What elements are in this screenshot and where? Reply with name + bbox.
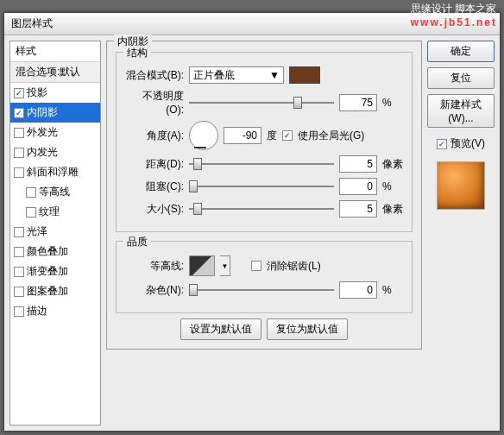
- noise-input[interactable]: 0: [339, 281, 377, 299]
- quality-legend: 品质: [123, 235, 151, 249]
- sidebar-item-6[interactable]: 纹理: [10, 202, 100, 222]
- sidebar-item-2[interactable]: 外发光: [10, 123, 100, 142]
- sidebar-item-1[interactable]: 内阴影: [10, 103, 100, 123]
- sidebar-item-label: 斜面和浮雕: [27, 165, 79, 180]
- layer-style-dialog: 图层样式 样式 混合选项:默认 投影内阴影外发光内发光斜面和浮雕等高线纹理光泽颜…: [3, 12, 501, 432]
- sidebar-item-label: 光泽: [27, 224, 47, 239]
- structure-legend: 结构: [123, 46, 151, 60]
- opacity-label: 不透明度(O):: [125, 89, 184, 116]
- sidebar-checkbox[interactable]: [14, 267, 24, 277]
- sidebar-item-label: 外发光: [27, 125, 58, 140]
- preview-label: 预览(V): [450, 136, 485, 151]
- sidebar-checkbox[interactable]: [14, 287, 24, 297]
- sidebar-checkbox[interactable]: [14, 167, 24, 178]
- sidebar-item-label: 内发光: [27, 145, 58, 160]
- opacity-slider[interactable]: [189, 96, 334, 110]
- contour-picker[interactable]: [189, 255, 215, 276]
- sidebar-checkbox[interactable]: [14, 247, 24, 257]
- opacity-input[interactable]: 75: [339, 94, 377, 111]
- sidebar-item-3[interactable]: 内发光: [10, 142, 100, 162]
- distance-slider[interactable]: [189, 157, 334, 171]
- chevron-down-icon: ▼: [269, 69, 280, 81]
- blend-mode-label: 混合模式(B):: [125, 68, 184, 83]
- sidebar-item-0[interactable]: 投影: [10, 83, 100, 103]
- noise-label: 杂色(N):: [125, 283, 184, 298]
- sidebar-checkbox[interactable]: [26, 187, 36, 198]
- global-light-checkbox[interactable]: [282, 130, 293, 141]
- sidebar-item-label: 颜色叠加: [27, 244, 68, 259]
- noise-slider[interactable]: [189, 283, 334, 297]
- sidebar-item-5[interactable]: 等高线: [10, 182, 100, 202]
- global-light-label: 使用全局光(G): [298, 129, 364, 143]
- antialias-label: 消除锯齿(L): [267, 259, 321, 274]
- angle-dial[interactable]: [189, 121, 218, 150]
- distance-label: 距离(D):: [125, 157, 184, 172]
- sidebar-checkbox[interactable]: [14, 108, 24, 118]
- contour-dropdown[interactable]: ▼: [220, 255, 230, 276]
- main-panel: 内阴影 结构 混合模式(B): 正片叠底▼ 不透明度(O): 75 % 角度(A…: [106, 41, 422, 426]
- structure-group: 结构 混合模式(B): 正片叠底▼ 不透明度(O): 75 % 角度(A): -…: [116, 52, 413, 232]
- sidebar-checkbox[interactable]: [26, 207, 36, 218]
- choke-input[interactable]: 0: [339, 178, 377, 195]
- size-slider[interactable]: [189, 202, 334, 216]
- watermark: 思缘设计 脚本之家 www.jb51.net: [411, 2, 497, 28]
- sidebar-item-4[interactable]: 斜面和浮雕: [10, 162, 100, 182]
- cancel-button[interactable]: 复位: [427, 67, 495, 89]
- contour-label: 等高线:: [125, 259, 184, 274]
- new-style-button[interactable]: 新建样式(W)...: [427, 94, 495, 128]
- sidebar-checkbox[interactable]: [14, 88, 24, 98]
- quality-group: 品质 等高线: ▼ 消除锯齿(L) 杂色(N): 0 %: [116, 241, 413, 313]
- sidebar-item-10[interactable]: 图案叠加: [10, 281, 100, 301]
- antialias-checkbox[interactable]: [251, 261, 261, 271]
- sidebar-item-7[interactable]: 光泽: [10, 222, 100, 242]
- sidebar-item-label: 图案叠加: [27, 284, 68, 299]
- sidebar-checkbox[interactable]: [14, 128, 24, 138]
- angle-label: 角度(A):: [125, 129, 184, 143]
- sidebar-checkbox[interactable]: [14, 148, 24, 158]
- shadow-color-swatch[interactable]: [289, 66, 320, 84]
- right-column: 确定 复位 新建样式(W)... 预览(V): [427, 41, 495, 426]
- distance-input[interactable]: 5: [339, 155, 377, 173]
- sidebar-item-11[interactable]: 描边: [10, 301, 100, 321]
- choke-label: 阻塞(C):: [125, 180, 184, 194]
- make-default-button[interactable]: 设置为默认值: [180, 318, 261, 340]
- sidebar-item-9[interactable]: 渐变叠加: [10, 262, 100, 281]
- choke-slider[interactable]: [189, 180, 334, 193]
- blend-mode-select[interactable]: 正片叠底▼: [189, 66, 284, 84]
- ok-button[interactable]: 确定: [427, 41, 495, 62]
- sidebar-checkbox[interactable]: [14, 227, 24, 237]
- window-title: 图层样式: [11, 16, 53, 31]
- sidebar-item-label: 内阴影: [27, 105, 58, 120]
- sidebar-checkbox[interactable]: [14, 306, 24, 317]
- effect-panel: 内阴影 结构 混合模式(B): 正片叠底▼ 不透明度(O): 75 % 角度(A…: [106, 41, 422, 350]
- size-input[interactable]: 5: [339, 200, 377, 218]
- sidebar-header[interactable]: 样式: [10, 41, 100, 62]
- sidebar-item-label: 纹理: [39, 205, 60, 219]
- angle-input[interactable]: -90: [224, 127, 261, 144]
- sidebar-item-8[interactable]: 颜色叠加: [10, 242, 100, 262]
- styles-sidebar: 样式 混合选项:默认 投影内阴影外发光内发光斜面和浮雕等高线纹理光泽颜色叠加渐变…: [9, 41, 101, 426]
- sidebar-item-label: 描边: [27, 304, 47, 318]
- sidebar-item-label: 投影: [27, 85, 47, 100]
- reset-default-button[interactable]: 复位为默认值: [267, 318, 348, 340]
- sidebar-item-label: 等高线: [39, 185, 70, 199]
- sidebar-item-label: 渐变叠加: [27, 264, 68, 279]
- size-label: 大小(S):: [125, 202, 184, 217]
- preview-swatch: [437, 161, 485, 210]
- sidebar-blend-options[interactable]: 混合选项:默认: [10, 62, 100, 83]
- preview-checkbox[interactable]: [437, 139, 447, 149]
